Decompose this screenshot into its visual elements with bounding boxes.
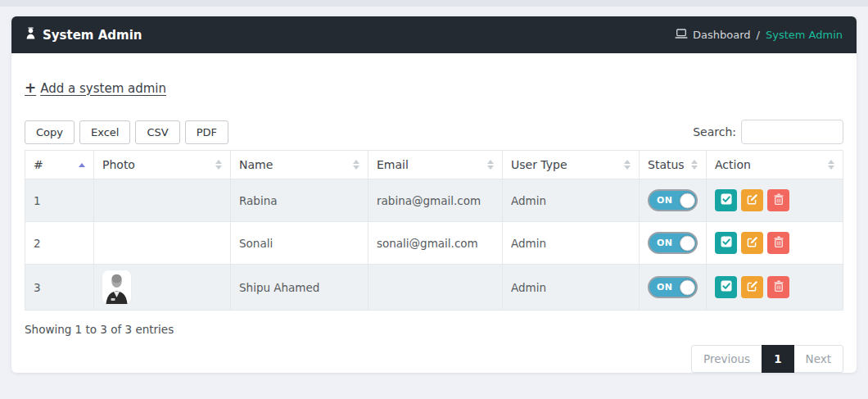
- cell-name: Sonali: [231, 222, 368, 265]
- breadcrumb-dashboard-link[interactable]: Dashboard: [675, 29, 751, 42]
- cell-photo: [94, 265, 231, 311]
- search-input[interactable]: [741, 120, 843, 144]
- edit-icon: [747, 193, 758, 207]
- check-square-icon: [721, 193, 732, 207]
- sort-both-icon: [828, 160, 834, 170]
- delete-button[interactable]: [767, 232, 789, 254]
- trash-icon: [774, 280, 784, 294]
- cell-status: ON: [640, 179, 707, 222]
- toggle-on-label: ON: [657, 195, 672, 206]
- column-header-user-type[interactable]: User Type: [503, 151, 640, 179]
- search-area: Search:: [693, 120, 843, 144]
- cell-user-type: Admin: [503, 265, 640, 311]
- approve-button[interactable]: [715, 232, 737, 254]
- admins-table: # Photo Name Email: [25, 150, 843, 311]
- trash-icon: [774, 193, 784, 207]
- toggle-on-label: ON: [657, 282, 672, 292]
- csv-button[interactable]: CSV: [135, 120, 179, 144]
- edit-button[interactable]: [741, 232, 763, 254]
- table-row: 1 Rabina rabina@gmail.com Admin ON: [25, 179, 843, 222]
- column-label: User Type: [511, 158, 567, 171]
- approve-button[interactable]: [715, 189, 737, 211]
- toggle-knob: [680, 193, 695, 208]
- copy-button[interactable]: Copy: [25, 120, 75, 144]
- cell-status: ON: [640, 265, 707, 311]
- breadcrumb: Dashboard / System Admin: [675, 29, 843, 42]
- cell-user-type: Admin: [503, 179, 640, 222]
- sort-both-icon: [691, 160, 698, 170]
- table-row: 2 Sonali sonali@gmail.com Admin ON: [25, 222, 843, 265]
- check-square-icon: [721, 236, 732, 250]
- cell-status: ON: [640, 222, 707, 265]
- export-buttons: Copy Excel CSV PDF: [25, 120, 228, 144]
- column-header-email[interactable]: Email: [368, 151, 503, 179]
- toggle-on-label: ON: [657, 238, 672, 248]
- column-header-action[interactable]: Action: [707, 151, 843, 179]
- action-buttons: [715, 189, 834, 211]
- add-admin-row: + Add a system admin: [25, 80, 843, 96]
- sort-asc-icon: [79, 163, 85, 167]
- cell-action: [707, 179, 843, 222]
- status-toggle[interactable]: ON: [648, 232, 698, 254]
- column-header-number[interactable]: #: [25, 151, 94, 179]
- pagination-next[interactable]: Next: [794, 345, 843, 373]
- column-header-name[interactable]: Name: [231, 151, 368, 179]
- toggle-knob: [680, 235, 695, 251]
- sort-both-icon: [215, 160, 222, 170]
- cell-email: sonali@gmail.com: [368, 222, 503, 265]
- panel-body: + Add a system admin Copy Excel CSV PDF …: [11, 53, 857, 386]
- pagination-page-1[interactable]: 1: [762, 345, 793, 373]
- cell-photo: [94, 222, 231, 265]
- breadcrumb-separator: /: [757, 29, 760, 41]
- cell-photo: [94, 179, 231, 222]
- column-header-status[interactable]: Status: [640, 151, 707, 179]
- delete-button[interactable]: [767, 276, 789, 298]
- table-toolbar: Copy Excel CSV PDF Search:: [25, 120, 843, 144]
- panel-title-group: System Admin: [25, 27, 142, 43]
- edit-button[interactable]: [741, 189, 763, 211]
- edit-icon: [747, 236, 758, 250]
- cell-action: [707, 265, 843, 311]
- cell-action: [707, 222, 843, 265]
- status-toggle[interactable]: ON: [648, 276, 698, 298]
- column-header-photo[interactable]: Photo: [94, 151, 231, 179]
- cell-email: [368, 265, 503, 311]
- column-label: Action: [715, 158, 751, 171]
- sort-both-icon: [624, 160, 631, 170]
- laptop-icon: [675, 29, 688, 42]
- page-top-strip: [0, 0, 868, 7]
- action-buttons: [715, 232, 834, 254]
- check-square-icon: [721, 280, 732, 294]
- plus-icon: +: [25, 81, 36, 95]
- pagination: Previous 1 Next: [25, 345, 843, 373]
- panel-header: System Admin Dashboard / System Admin: [11, 16, 857, 53]
- cell-number: 1: [25, 179, 94, 222]
- trash-icon: [774, 236, 784, 250]
- column-label: #: [34, 158, 43, 171]
- column-label: Email: [377, 158, 409, 171]
- table-header-row: # Photo Name Email: [25, 151, 843, 179]
- sort-both-icon: [487, 160, 494, 170]
- breadcrumb-current: System Admin: [766, 29, 843, 41]
- add-admin-link[interactable]: + Add a system admin: [25, 81, 166, 96]
- cell-number: 3: [25, 265, 94, 311]
- cell-user-type: Admin: [503, 222, 640, 265]
- pdf-button[interactable]: PDF: [185, 120, 228, 144]
- cell-email: rabina@gmail.com: [368, 179, 503, 222]
- table-row: 3 Shipu Ah: [25, 265, 843, 311]
- pagination-previous[interactable]: Previous: [691, 345, 762, 373]
- status-toggle[interactable]: ON: [648, 189, 698, 211]
- table-info: Showing 1 to 3 of 3 entries: [25, 323, 843, 336]
- toggle-knob: [680, 279, 695, 295]
- system-admin-panel: System Admin Dashboard / System Admin + …: [11, 16, 857, 373]
- admin-photo: [102, 270, 131, 304]
- column-label: Photo: [102, 158, 135, 171]
- user-secret-icon: [25, 27, 36, 43]
- breadcrumb-dashboard-label: Dashboard: [693, 29, 751, 41]
- excel-button[interactable]: Excel: [79, 120, 130, 144]
- approve-button[interactable]: [715, 276, 737, 298]
- cell-name: Rabina: [231, 179, 368, 222]
- edit-button[interactable]: [741, 276, 763, 298]
- delete-button[interactable]: [767, 189, 789, 211]
- cell-number: 2: [25, 222, 94, 265]
